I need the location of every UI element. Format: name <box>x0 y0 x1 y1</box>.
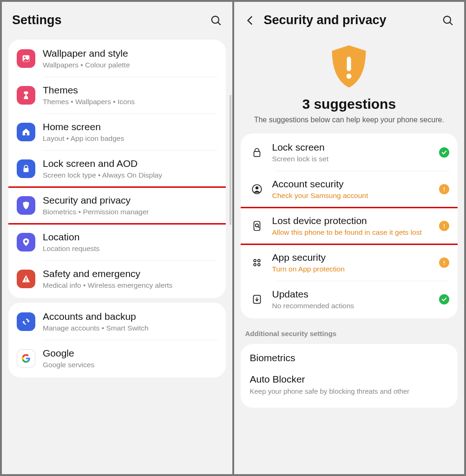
security-item-lock[interactable]: Lock screenScreen lock is set <box>241 134 458 171</box>
row-text: Wallpaper and styleWallpapers • Colour p… <box>43 48 217 69</box>
item-title: Home screen <box>43 121 217 132</box>
highlight-google: GoogleGoogle services <box>8 340 226 377</box>
settings-item-themes[interactable]: ThemesThemes • Wallpapers • Icons <box>8 77 226 113</box>
settings-item-safety[interactable]: Safety and emergencyMedical info • Wirel… <box>8 261 226 297</box>
item-subtitle: Allow this phone to be found in case it … <box>272 228 432 237</box>
picture-icon <box>17 49 35 68</box>
item-subtitle: Screen lock type • Always On Display <box>43 171 217 179</box>
settings-item-security[interactable]: Security and privacyBiometrics • Permiss… <box>8 187 226 224</box>
highlight-location: LocationLocation requests <box>8 224 226 260</box>
settings-group: Wallpaper and styleWallpapers • Colour p… <box>8 40 226 298</box>
check-icon <box>439 294 449 304</box>
item-title: Lock screen <box>272 142 432 153</box>
additional-settings-card: BiometricsAuto BlockerKeep your phone sa… <box>241 344 458 408</box>
highlight-lost: Lost device protectionAllow this phone t… <box>241 208 458 244</box>
warning-icon <box>439 258 449 268</box>
item-subtitle: Layout • App icon badges <box>43 134 217 143</box>
svg-point-24 <box>444 227 445 228</box>
svg-rect-15 <box>254 151 260 156</box>
security-item-lost[interactable]: Lost device protectionAllow this phone t… <box>241 208 458 244</box>
svg-point-25 <box>254 259 256 262</box>
item-subtitle: Keep your phone safe by blocking threats… <box>250 387 449 396</box>
item-title: App security <box>272 252 432 263</box>
settings-item-location[interactable]: LocationLocation requests <box>8 224 226 260</box>
svg-rect-6 <box>25 133 27 136</box>
svg-rect-13 <box>347 57 351 71</box>
security-item-appsec[interactable]: App securityTurn on App protection <box>241 245 458 281</box>
svg-line-12 <box>450 22 452 25</box>
svg-rect-29 <box>444 261 445 263</box>
svg-rect-23 <box>444 224 445 226</box>
hero-subtitle: The suggestions below can help keep your… <box>243 115 455 125</box>
check-icon <box>439 147 449 158</box>
item-title: Lock screen and AOD <box>43 158 217 169</box>
item-subtitle: Location requests <box>43 245 217 253</box>
settings-item-lockscreen[interactable]: Lock screen and AODScreen lock type • Al… <box>8 151 226 187</box>
item-title: Wallpaper and style <box>43 48 217 59</box>
hero-title: 3 suggestions <box>243 96 455 112</box>
row-text: UpdatesNo recommended actions <box>272 289 432 310</box>
item-title: Accounts and backup <box>43 311 217 322</box>
item-subtitle: No recommended actions <box>272 302 432 310</box>
highlight-themes: ThemesThemes • Wallpapers • Icons <box>8 77 226 113</box>
shield-warning-icon <box>326 43 372 90</box>
item-subtitle: Themes • Wallpapers • Icons <box>43 98 217 106</box>
item-subtitle: Biometrics • Permission manager <box>43 208 217 216</box>
page-title: Settings <box>12 13 203 27</box>
shield-icon <box>17 196 35 215</box>
item-title: Security and privacy <box>43 195 217 206</box>
back-icon[interactable] <box>244 14 256 26</box>
find-icon <box>249 218 265 234</box>
svg-point-8 <box>25 240 27 243</box>
item-title: Google <box>43 348 217 359</box>
security-screen: Security and privacy 3 suggestions The s… <box>234 2 465 474</box>
svg-point-3 <box>24 56 26 58</box>
page-title: Security and privacy <box>264 13 436 27</box>
item-title: Themes <box>43 85 217 96</box>
highlight-accounts: Accounts and backupManage accounts • Sma… <box>8 304 226 340</box>
svg-point-11 <box>444 16 451 23</box>
security-item-account[interactable]: Account securityCheck your Samsung accou… <box>241 171 458 207</box>
svg-point-30 <box>444 264 445 264</box>
svg-point-10 <box>26 281 26 282</box>
padlock-icon <box>249 145 265 160</box>
search-icon[interactable] <box>210 14 222 26</box>
search-icon[interactable] <box>442 14 454 26</box>
settings-item-wallpaper[interactable]: Wallpaper and styleWallpapers • Colour p… <box>8 40 226 77</box>
settings-list[interactable]: Wallpaper and styleWallpapers • Colour p… <box>2 35 232 382</box>
svg-point-17 <box>255 186 258 190</box>
home-icon <box>17 123 35 141</box>
svg-rect-20 <box>254 221 260 231</box>
item-title: Biometrics <box>250 352 449 364</box>
row-text: Security and privacyBiometrics • Permiss… <box>43 195 217 216</box>
item-title: Account security <box>272 178 432 190</box>
item-subtitle: Google services <box>43 361 217 369</box>
row-text: Lock screen and AODScreen lock type • Al… <box>43 158 217 179</box>
security-item-updates[interactable]: UpdatesNo recommended actions <box>241 281 458 317</box>
row-text: ThemesThemes • Wallpapers • Icons <box>43 85 217 106</box>
settings-item-accounts[interactable]: Accounts and backupManage accounts • Sma… <box>8 304 226 340</box>
google-icon <box>17 349 35 368</box>
svg-rect-7 <box>24 168 29 172</box>
extra-item-autoblocker[interactable]: Auto BlockerKeep your phone safe by bloc… <box>241 366 458 399</box>
alert-icon <box>17 270 35 288</box>
row-text: LocationLocation requests <box>43 231 217 253</box>
item-title: Updates <box>272 289 432 300</box>
settings-item-google[interactable]: GoogleGoogle services <box>8 340 226 377</box>
settings-item-home[interactable]: Home screenLayout • App icon badges <box>8 114 226 150</box>
svg-point-14 <box>347 73 352 79</box>
svg-point-26 <box>257 259 260 262</box>
row-text: Home screenLayout • App icon badges <box>43 121 217 143</box>
svg-rect-9 <box>26 278 26 280</box>
highlight-lock: Lock screenScreen lock is set <box>241 134 458 171</box>
row-text: GoogleGoogle services <box>43 348 217 369</box>
settings-screen: Settings Wallpaper and styleWallpapers •… <box>2 2 232 474</box>
extra-item-biometrics[interactable]: Biometrics <box>241 345 458 366</box>
pin-icon <box>17 233 35 251</box>
lock-icon <box>17 159 35 178</box>
grid-icon <box>249 255 265 271</box>
item-subtitle: Turn on App protection <box>272 265 432 273</box>
highlight-safety: Safety and emergencyMedical info • Wirel… <box>8 261 226 297</box>
scrollbar[interactable] <box>230 95 231 225</box>
item-subtitle: Manage accounts • Smart Switch <box>43 324 217 332</box>
